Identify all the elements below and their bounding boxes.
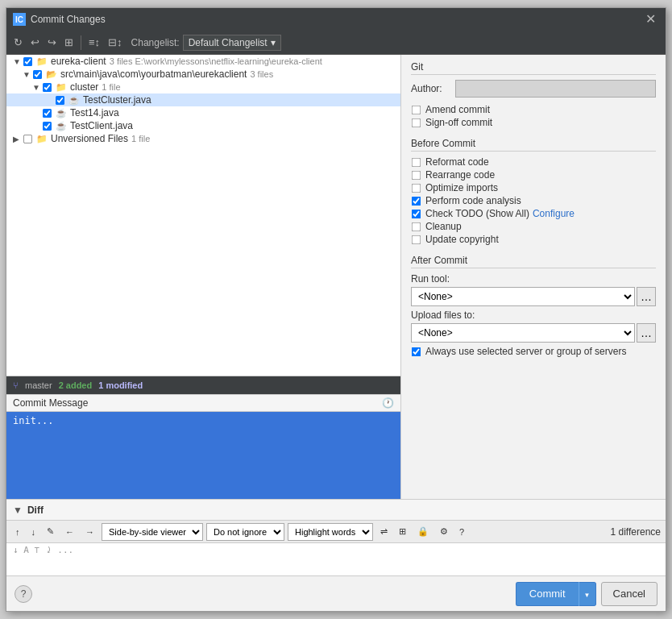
changelist-dropdown[interactable]: Default Changelist ▾ — [183, 35, 281, 51]
ignore-dropdown[interactable]: Do not ignore — [206, 523, 284, 541]
right-panel: Git Author: Amend commit Sign-off commit… — [401, 55, 666, 499]
forward-button[interactable]: → — [81, 526, 98, 538]
settings-button[interactable]: ⊞ — [62, 35, 76, 50]
run-tool-more-button[interactable]: … — [637, 287, 656, 306]
rearrange-checkbox[interactable] — [412, 170, 421, 180]
tree-row-cluster[interactable]: ▼ 📁 cluster 1 file — [6, 81, 400, 93]
tree-arrow-icon: ▼ — [23, 70, 32, 79]
folder-icon: 📁 — [35, 56, 48, 67]
cancel-button[interactable]: Cancel — [601, 582, 657, 606]
collapse-icon[interactable]: ▼ — [13, 505, 23, 516]
tree-row-src[interactable]: ▼ 📂 src\main\java\com\yourbatman\eurekac… — [6, 68, 400, 81]
close-button[interactable]: ✕ — [642, 13, 659, 26]
tree-arrow-icon: ▼ — [13, 57, 23, 66]
tree-checkbox[interactable] — [56, 95, 64, 104]
diff-title: Diff — [27, 505, 44, 516]
amend-commit-checkbox[interactable] — [412, 105, 421, 114]
rearrange-row: Rearrange code — [411, 169, 656, 181]
optimize-checkbox[interactable] — [412, 183, 421, 193]
run-tool-row: <None> … — [411, 287, 656, 306]
highlight-dropdown[interactable]: Highlight words — [288, 523, 373, 541]
cleanup-checkbox[interactable] — [412, 222, 421, 231]
todo-row: Check TODO (Show All) Configure — [411, 208, 656, 219]
folder-icon: 📂 — [45, 69, 58, 80]
commit-dropdown-button[interactable]: ▼ — [579, 582, 596, 606]
tree-row-testclient[interactable]: ☕ TestClient.java — [6, 119, 400, 132]
undo-button[interactable]: ↩ — [28, 35, 42, 50]
sign-off-row: Sign-off commit — [411, 117, 656, 128]
tree-checkbox[interactable] — [23, 56, 32, 65]
back-button[interactable]: ← — [61, 526, 78, 538]
clock-icon: 🕐 — [382, 397, 394, 409]
commit-message-input[interactable]: init... — [6, 412, 400, 499]
sign-off-checkbox[interactable] — [412, 118, 421, 127]
file-tree[interactable]: ▼ 📁 eureka-client 3 files E:\work\myless… — [6, 55, 400, 376]
author-row: Author: — [411, 80, 656, 98]
tree-path: E:\work\mylessons\netflix-learning\eurek… — [132, 56, 321, 66]
group-button[interactable]: ⊟↕ — [106, 35, 125, 50]
configure-link[interactable]: Configure — [533, 208, 575, 219]
reformat-label: Reformat code — [425, 156, 489, 168]
columns-button[interactable]: ⊞ — [395, 525, 410, 538]
tree-checkbox[interactable] — [43, 108, 52, 117]
tree-row-testcluster[interactable]: ☕ TestCluster.java — [6, 93, 400, 106]
always-use-checkbox[interactable] — [412, 347, 421, 356]
diff-header: ▼ Diff — [6, 500, 666, 521]
branch-icon: ⑂ — [13, 380, 19, 390]
todo-checkbox[interactable] — [412, 209, 421, 218]
java-icon: ☕ — [55, 120, 68, 131]
tree-arrow-icon: ▶ — [13, 135, 23, 143]
tree-label: TestCluster.java — [83, 94, 151, 106]
diff-content: ↓ A ⊤ ⤸ ... — [6, 543, 666, 575]
tree-label: Unversioned Files — [51, 133, 128, 144]
analyze-label: Perform code analysis — [425, 195, 521, 206]
upload-label: Upload files to: — [411, 310, 656, 321]
author-input[interactable] — [455, 80, 656, 98]
tree-checkbox[interactable] — [43, 82, 52, 91]
upload-select[interactable]: <None> — [411, 323, 635, 343]
app-icon: IC — [13, 13, 26, 26]
tree-label: Test14.java — [70, 107, 119, 118]
always-use-label: Always use selected server or group of s… — [425, 346, 626, 357]
commit-button[interactable]: Commit — [516, 582, 579, 606]
viewer-dropdown[interactable]: Side-by-side viewer — [102, 523, 203, 541]
before-commit-title: Before Commit — [411, 138, 656, 152]
optimize-row: Optimize imports — [411, 182, 656, 193]
tree-row-eureka-client[interactable]: ▼ 📁 eureka-client 3 files E:\work\myless… — [6, 55, 400, 68]
tree-label: eureka-client — [51, 56, 106, 67]
tree-checkbox[interactable] — [43, 121, 52, 130]
commit-message-area: Commit Message 🕐 init... — [6, 394, 400, 499]
tree-row-unversioned[interactable]: ▶ 📁 Unversioned Files 1 file — [6, 132, 400, 145]
run-tool-select[interactable]: <None> — [411, 287, 635, 306]
analyze-row: Perform code analysis — [411, 195, 656, 206]
java-icon: ☕ — [55, 107, 68, 118]
tree-checkbox[interactable] — [33, 69, 42, 78]
sort-button[interactable]: ≡↕ — [86, 35, 102, 50]
prev-diff-button[interactable]: ↑ — [11, 526, 24, 538]
analyze-checkbox[interactable] — [412, 196, 421, 206]
main-content: ▼ 📁 eureka-client 3 files E:\work\myless… — [6, 55, 666, 499]
sync-button[interactable]: ⇌ — [376, 525, 392, 538]
todo-label: Check TODO (Show All) — [425, 208, 529, 219]
reformat-checkbox[interactable] — [412, 157, 421, 167]
edit-button[interactable]: ✎ — [43, 525, 58, 538]
tree-checkbox[interactable] — [23, 134, 32, 143]
diff-section: ▼ Diff ↑ ↓ ✎ ← → Side-by-side viewer Do … — [6, 499, 666, 575]
next-diff-button[interactable]: ↓ — [27, 526, 40, 538]
dialog-title: Commit Changes — [31, 14, 106, 25]
lock-button[interactable]: 🔒 — [413, 525, 433, 538]
upload-more-button[interactable]: … — [637, 323, 656, 343]
gear-button[interactable]: ⚙ — [436, 525, 452, 538]
tree-meta: 3 files — [110, 56, 133, 66]
tree-row-test14[interactable]: ☕ Test14.java — [6, 106, 400, 119]
status-added: 2 added — [59, 380, 93, 390]
help-button[interactable]: ? — [455, 526, 468, 538]
dropdown-arrow-icon: ▾ — [271, 37, 276, 48]
refresh-button[interactable]: ↻ — [11, 35, 25, 50]
bottom-right: Commit ▼ Cancel — [516, 582, 657, 606]
tree-label: cluster — [70, 81, 98, 93]
help-button[interactable]: ? — [15, 585, 32, 603]
copyright-checkbox[interactable] — [412, 235, 421, 244]
amend-commit-row: Amend commit — [411, 104, 656, 115]
redo-button[interactable]: ↪ — [45, 35, 59, 50]
